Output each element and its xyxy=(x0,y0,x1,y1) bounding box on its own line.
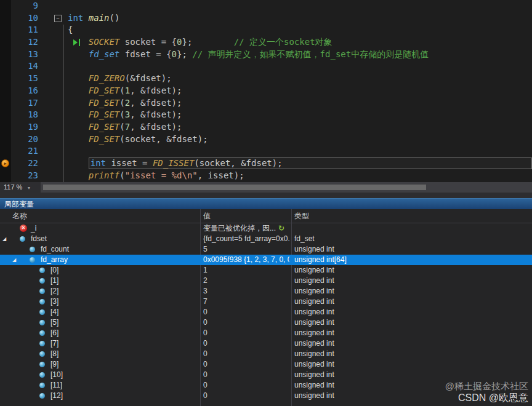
variable-icon xyxy=(30,247,35,252)
locals-row-2[interactable]: [2]3unsigned int xyxy=(0,286,532,297)
variable-value[interactable]: 0 xyxy=(203,370,289,380)
variable-value[interactable]: 0 xyxy=(203,328,289,338)
variable-name: [0] xyxy=(0,266,58,274)
code-line-23[interactable]: 23 printf("isset = %d\n", isset); xyxy=(0,170,532,182)
variable-type: unsigned int xyxy=(294,307,334,317)
variable-name: [6] xyxy=(0,328,58,337)
code-line-17[interactable]: 17 FD_SET(2, &fdset); xyxy=(0,97,532,109)
variable-icon xyxy=(39,351,45,357)
code-token: int xyxy=(91,158,106,168)
collapse-region-icon[interactable]: − xyxy=(54,15,62,22)
code-token: ( xyxy=(119,122,124,132)
code-token: , &fdset); xyxy=(130,122,182,132)
column-header-type[interactable]: 类型 xyxy=(294,209,309,223)
variable-value[interactable]: 7 xyxy=(203,297,289,307)
code-line-14[interactable]: 14 xyxy=(0,60,532,73)
locals-rows: ✕_i变量已被优化掉，因...↻◢fdset{fd_count=5 fd_arr… xyxy=(0,223,532,401)
code-text: FD_ZERO(&fdset); xyxy=(68,73,172,85)
code-line-11[interactable]: 11{ xyxy=(0,24,532,36)
variable-value[interactable]: 0 xyxy=(203,338,289,349)
variable-value[interactable]: 2 xyxy=(203,276,289,286)
code-token: // 定义一个socket对象 xyxy=(234,37,332,47)
column-header-value[interactable]: 值 xyxy=(203,209,211,223)
code-line-10[interactable]: 10−int main() xyxy=(0,12,532,25)
locals-row-7[interactable]: [7]0unsigned int xyxy=(0,338,532,349)
variable-icon xyxy=(39,393,45,399)
code-text: printf("isset = %d\n", isset); xyxy=(68,170,244,182)
code-line-18[interactable]: 18 FD_SET(3, &fdset); xyxy=(0,109,532,121)
code-token xyxy=(68,122,89,132)
code-token xyxy=(68,109,89,119)
code-token: (&fdset); xyxy=(125,73,172,83)
locals-row-fdset[interactable]: ◢fdset{fd_count=5 fd_array=0x0...fd_set xyxy=(0,234,532,244)
line-number: 21 xyxy=(0,145,38,157)
code-line-20[interactable]: 20 FD_SET(socket, &fdset); xyxy=(0,133,532,146)
locals-row-_i[interactable]: ✕_i变量已被优化掉，因...↻ xyxy=(0,223,532,234)
variable-type: unsigned int xyxy=(294,349,334,359)
zoom-control[interactable]: 117 %▼ xyxy=(0,182,41,193)
variable-value[interactable]: 0 xyxy=(203,349,289,359)
locals-row-6[interactable]: [6]0unsigned int xyxy=(0,328,532,338)
variable-value[interactable]: 5 xyxy=(203,244,289,255)
locals-row-8[interactable]: [8]0unsigned int xyxy=(0,349,532,359)
horizontal-scrollbar-thumb[interactable] xyxy=(43,185,426,190)
code-text: FD_SET(socket, &fdset); xyxy=(68,133,208,146)
locals-row-fd_array[interactable]: ◢fd_array0x0095f938 {1, 2, 3, 7, 0, 0, .… xyxy=(0,255,532,265)
outlining-margin xyxy=(60,157,68,170)
variable-type: unsigned int xyxy=(294,370,334,380)
code-line-19[interactable]: 19 FD_SET(7, &fdset); xyxy=(0,121,532,133)
locals-row-10[interactable]: [10]0unsigned int xyxy=(0,370,532,380)
code-line-21[interactable]: 21 xyxy=(0,145,532,157)
locals-row-0[interactable]: [0]1unsigned int xyxy=(0,265,532,276)
code-editor[interactable]: 910−int main()11{12 SOCKET socket = {0};… xyxy=(0,0,532,182)
line-number: 15 xyxy=(0,73,38,85)
variable-value[interactable]: 1 xyxy=(203,265,289,276)
refresh-icon[interactable]: ↻ xyxy=(278,223,284,234)
variable-name: [4] xyxy=(0,308,58,316)
code-line-12[interactable]: 12 SOCKET socket = {0}; // 定义一个socket对象 xyxy=(0,36,532,49)
code-token: ( xyxy=(119,109,124,119)
variable-value[interactable]: 0 xyxy=(203,359,289,370)
locals-row-1[interactable]: [1]2unsigned int xyxy=(0,276,532,286)
locals-row-fd_count[interactable]: fd_count5unsigned int xyxy=(0,244,532,255)
code-token: 7 xyxy=(125,122,130,132)
locals-row-12[interactable]: [12]0unsigned int xyxy=(0,391,532,401)
code-token: 1 xyxy=(125,86,130,95)
code-token: FD_SET xyxy=(89,122,120,132)
variable-type: unsigned int xyxy=(294,265,334,276)
variable-value[interactable]: 0 xyxy=(203,391,289,401)
code-token: printf xyxy=(89,170,120,180)
expand-arrow-icon[interactable]: ◢ xyxy=(2,234,6,244)
code-token: int xyxy=(68,13,83,23)
code-line-15[interactable]: 15 FD_ZERO(&fdset); xyxy=(0,73,532,85)
locals-row-4[interactable]: [4]0unsigned int xyxy=(0,307,532,317)
locals-row-5[interactable]: [5]0unsigned int xyxy=(0,317,532,328)
code-line-9[interactable]: 9 xyxy=(0,0,532,12)
locals-row-3[interactable]: [3]7unsigned int xyxy=(0,297,532,307)
variable-name: [5] xyxy=(0,318,58,327)
variable-value[interactable]: 0x0095f938 {1, 2, 3, 7, 0, 0, ... xyxy=(203,255,289,265)
locals-row-11[interactable]: [11]0unsigned int xyxy=(0,380,532,391)
variable-icon xyxy=(20,236,25,242)
line-number: 18 xyxy=(0,109,38,121)
column-header-name[interactable]: 名称 xyxy=(12,209,27,223)
code-line-13[interactable]: 13 fd_set fdset = {0}; // 声明并定义，如果不赋初值，f… xyxy=(0,49,532,61)
variable-value[interactable]: {fd_count=5 fd_array=0x0... xyxy=(203,234,289,244)
locals-panel-title[interactable]: 局部变量 xyxy=(0,198,532,209)
horizontal-scrollbar[interactable] xyxy=(41,182,532,193)
expand-arrow-icon[interactable]: ◢ xyxy=(12,255,16,265)
variable-name: [1] xyxy=(0,276,58,285)
line-number: 13 xyxy=(0,49,38,61)
variable-value[interactable]: 变量已被优化掉，因...↻ xyxy=(203,223,289,234)
code-line-16[interactable]: 16 FD_SET(1, &fdset); xyxy=(0,85,532,97)
variable-value[interactable]: 0 xyxy=(203,380,289,391)
variable-value[interactable]: 3 xyxy=(203,286,289,297)
code-token: , &fdset); xyxy=(130,86,182,95)
locals-row-9[interactable]: [9]0unsigned int xyxy=(0,359,532,370)
variable-value[interactable]: 0 xyxy=(203,317,289,328)
variable-type: fd_set xyxy=(294,234,315,244)
variable-value[interactable]: 0 xyxy=(203,307,289,317)
run-to-cursor-icon[interactable] xyxy=(73,38,82,46)
code-line-22[interactable]: ▶22 int isset = FD_ISSET(socket, &fdset)… xyxy=(0,157,532,170)
outlining-margin[interactable]: − xyxy=(60,12,68,25)
